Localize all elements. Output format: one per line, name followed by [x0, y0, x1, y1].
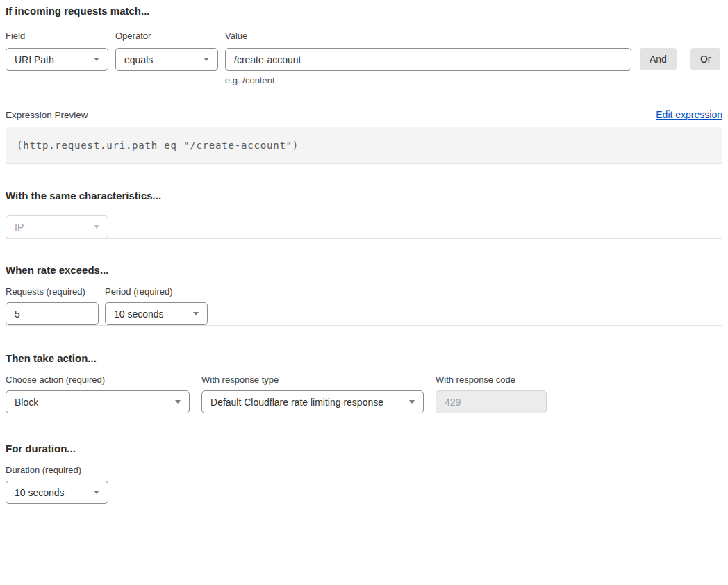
operator-select[interactable]: equals — [115, 48, 218, 71]
section-divider — [6, 163, 722, 164]
section-divider — [6, 238, 722, 239]
field-select-value: URI Path — [15, 54, 54, 65]
action-select[interactable]: Block — [6, 390, 190, 413]
characteristic-select: IP — [6, 215, 108, 238]
chevron-down-icon — [94, 225, 99, 229]
value-group: Value e.g. /content — [225, 31, 631, 85]
action-section-heading: Then take action... — [6, 352, 722, 365]
requests-input[interactable] — [6, 302, 99, 325]
duration-select-value: 10 seconds — [15, 487, 65, 498]
duration-select[interactable]: 10 seconds — [6, 481, 108, 504]
operator-label: Operator — [115, 31, 218, 41]
value-helper-text: e.g. /content — [225, 75, 631, 85]
match-section-heading: If incoming requests match... — [6, 4, 722, 17]
response-code-group: With response code — [436, 374, 547, 413]
operator-group: Operator equals — [115, 31, 218, 71]
chevron-down-icon — [94, 491, 99, 494]
expression-preview-block: (http.request.uri.path eq "/create-accou… — [6, 127, 722, 163]
response-type-group: With response type Default Cloudflare ra… — [201, 374, 424, 413]
chevron-down-icon — [175, 400, 181, 404]
match-builder-row: Field URI Path Operator equals Value e.g… — [6, 31, 722, 85]
period-label: Period (required) — [105, 286, 208, 297]
match-section: If incoming requests match... Field URI … — [6, 4, 722, 163]
requests-group: Requests (required) — [6, 286, 99, 325]
chevron-down-icon — [193, 312, 199, 315]
edit-expression-link[interactable]: Edit expression — [656, 109, 722, 120]
chevron-down-icon — [94, 58, 99, 61]
action-controls-row: Choose action (required) Block With resp… — [6, 374, 722, 413]
chevron-down-icon — [204, 58, 209, 61]
field-select[interactable]: URI Path — [6, 48, 108, 71]
duration-label: Duration (required) — [6, 465, 722, 475]
period-select[interactable]: 10 seconds — [105, 302, 208, 325]
or-button[interactable]: Or — [690, 48, 721, 70]
characteristic-select-value: IP — [15, 222, 24, 233]
action-section: Then take action... Choose action (requi… — [6, 352, 722, 413]
duration-group: Duration (required) 10 seconds — [6, 465, 722, 504]
expression-preview-header: Expression Preview Edit expression — [6, 109, 722, 120]
expression-preview-label: Expression Preview — [6, 110, 88, 120]
chevron-down-icon — [409, 400, 415, 404]
action-label: Choose action (required) — [6, 374, 190, 385]
characteristics-section-heading: With the same characteristics... — [6, 189, 722, 202]
rate-limiting-rule-form: If incoming requests match... Field URI … — [0, 0, 728, 585]
action-group: Choose action (required) Block — [6, 374, 190, 413]
response-type-select-value: Default Cloudflare rate limiting respons… — [210, 397, 383, 408]
period-group: Period (required) 10 seconds — [105, 286, 208, 325]
response-code-label: With response code — [436, 374, 547, 385]
operator-select-value: equals — [124, 54, 153, 65]
rate-section: When rate exceeds... Requests (required)… — [6, 263, 722, 325]
response-type-select[interactable]: Default Cloudflare rate limiting respons… — [201, 390, 424, 413]
period-select-value: 10 seconds — [114, 308, 164, 320]
duration-section: For duration... Duration (required) 10 s… — [6, 442, 722, 504]
expression-preview-code: (http.request.uri.path eq "/create-accou… — [17, 140, 299, 151]
response-code-input — [436, 390, 547, 413]
duration-section-heading: For duration... — [6, 442, 722, 455]
requests-label: Requests (required) — [6, 286, 99, 297]
rate-section-heading: When rate exceeds... — [6, 263, 722, 277]
value-input[interactable] — [225, 48, 631, 71]
field-group: Field URI Path — [6, 31, 108, 71]
field-label: Field — [6, 31, 108, 41]
response-type-label: With response type — [201, 374, 424, 385]
value-label: Value — [225, 31, 631, 41]
and-button[interactable]: And — [640, 48, 677, 70]
characteristics-section: With the same characteristics... IP — [6, 189, 722, 238]
action-select-value: Block — [15, 397, 38, 408]
rate-controls-row: Requests (required) Period (required) 10… — [6, 286, 722, 325]
section-divider — [6, 325, 722, 326]
